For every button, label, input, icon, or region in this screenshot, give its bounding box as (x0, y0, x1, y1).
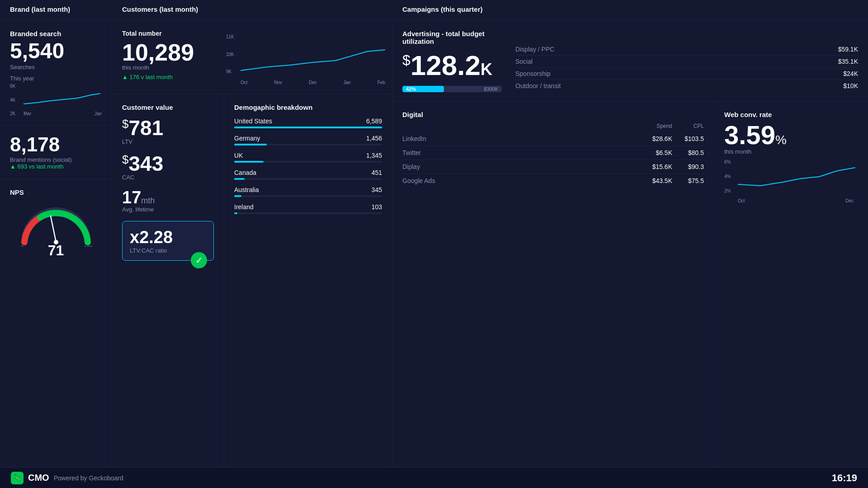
advertising-title: Advertising - total budget utilization (402, 30, 502, 45)
cv-cac-value: $343 (122, 153, 214, 174)
digital-card: Digital Spend CPL LinkedIn $28.6K $103.5… (392, 102, 714, 467)
demo-count: 451 (372, 169, 382, 176)
svg-line-0 (51, 216, 56, 242)
ltv-cac-value: x2.28 (130, 228, 206, 247)
total-number-title: Total number (122, 30, 212, 37)
app-name: CMO (28, 473, 49, 483)
demo-count: 6,589 (366, 117, 382, 125)
branded-search-period: This year (10, 75, 102, 82)
branded-search-y-labels: 6K4K2K (10, 84, 23, 116)
svg-text:0: 0 (21, 245, 24, 247)
ad-value: $35.1K (838, 58, 858, 65)
budget-target-label: $300K (484, 86, 498, 92)
demo-row: UK 1,345 (234, 152, 382, 163)
brand-mentions-value: 8,178 (10, 135, 102, 155)
web-conv-chart (738, 160, 855, 196)
check-badge: ✓ (191, 252, 207, 268)
advertising-items: Display / PPC $59.1K Social $35.1K Spons… (515, 30, 858, 92)
demo-country: UK (234, 152, 243, 159)
ad-row: Sponsorship $24K (515, 68, 858, 80)
total-number-value: 10,289 (122, 41, 212, 64)
digital-row: Diplay $15.6K $90.3 (402, 160, 704, 174)
web-conv-sub: this month (724, 148, 858, 155)
branded-search-unit: Searches (10, 64, 102, 70)
demo-country: Germany (234, 135, 260, 142)
campaigns-header: Campaigns (this quarter) (392, 0, 868, 21)
digital-col-cpl: CPL (672, 123, 704, 129)
ad-row: Social $35.1K (515, 56, 858, 68)
nps-title: NPS (10, 188, 102, 196)
digital-platform: Diplay (402, 163, 641, 170)
digital-cpl: $103.5 (672, 135, 704, 142)
ad-value: $59.1K (838, 46, 858, 53)
ltv-cac-box: x2.28 LTV:CAC ratio ✓ (122, 221, 214, 261)
digital-cpl: $90.3 (672, 163, 704, 170)
gecko-logo: 🦎 (11, 472, 24, 484)
total-number-chart (241, 34, 385, 77)
total-number-card: Total number 10,289 this month ▲ 176 v l… (112, 21, 392, 94)
branded-search-value: 5,540 (10, 40, 102, 62)
ad-row: Display / PPC $59.1K (515, 43, 858, 56)
total-number-change: ▲ 176 v last month (122, 74, 212, 80)
digital-title: Digital (402, 111, 704, 118)
brand-mentions-card: 8,178 Brand mentions (social) ▲ 693 vs l… (0, 126, 112, 179)
ad-row: Outdoor / transit $10K (515, 80, 858, 92)
branded-search-card: Branded search 5,540 Searches This year … (0, 21, 112, 126)
demo-row: Germany 1,456 (234, 135, 382, 145)
demo-country: Canada (234, 169, 256, 176)
brand-header: Brand (last month) (0, 0, 112, 21)
ad-value: $10K (843, 82, 858, 89)
demo-country: Ireland (234, 203, 254, 211)
ad-name: Display / PPC (515, 46, 554, 53)
brand-mentions-change: ▲ 693 vs last month (10, 163, 102, 170)
budget-bar-fill: 42% (402, 86, 444, 92)
brand-mentions-label: Brand mentions (social) (10, 156, 102, 163)
web-conv-value: 3.59% (724, 122, 858, 148)
web-conv-card: Web conv. rate 3.59% this month 6%4%2% O… (714, 102, 868, 467)
digital-column-headers: Spend CPL (402, 123, 704, 129)
demo-row: Australia 345 (234, 186, 382, 197)
branded-search-chart (24, 84, 100, 108)
digital-spend: $6.5K (641, 149, 672, 156)
demo-count: 103 (372, 203, 382, 211)
footer-time: 16:19 (832, 472, 857, 484)
powered-by: Powered by Geckoboard (54, 474, 123, 482)
campaigns-column: Advertising - total budget utilization $… (392, 21, 868, 467)
branded-search-x-labels: MarJan (24, 111, 102, 116)
digital-cpl: $75.5 (672, 177, 704, 184)
ad-name: Outdoor / transit (515, 82, 561, 89)
digital-platform: Google Ads (402, 177, 641, 184)
cv-lifetime-label: Avg. lifetime (122, 206, 214, 213)
customer-value-card: Customer value $781 LTV $343 CAC 17mth A… (112, 94, 224, 467)
nps-card: NPS 0 100 71 (0, 179, 112, 467)
digital-spend: $43.5K (641, 177, 672, 184)
demographic-card: Demogaphic breakdown United States 6,589… (224, 94, 392, 467)
digital-spend: $15.6K (641, 163, 672, 170)
nps-gauge: 0 100 (15, 202, 97, 247)
demo-country: Australia (234, 186, 259, 193)
svg-text:100: 100 (84, 245, 92, 247)
demo-country: United States (234, 117, 272, 125)
budget-bar: 42% $300K (402, 86, 502, 92)
budget-pct-label: 42% (406, 86, 416, 92)
demo-count: 345 (372, 186, 382, 193)
digital-platform: LinkedIn (402, 135, 641, 142)
cv-ltv-value: $781 (122, 117, 214, 138)
demographic-title: Demogaphic breakdown (234, 103, 382, 111)
digital-cpl: $80.5 (672, 149, 704, 156)
digital-platform: Twitter (402, 149, 641, 156)
footer: 🦎 CMO Powered by Geckoboard 16:19 (0, 467, 868, 488)
ad-name: Social (515, 58, 533, 65)
digital-spend: $28.6K (641, 135, 672, 142)
demo-count: 1,345 (366, 152, 382, 159)
customers-column: Total number 10,289 this month ▲ 176 v l… (112, 21, 392, 467)
web-conv-title: Web conv. rate (724, 111, 858, 118)
digital-row: Google Ads $43.5K $75.5 (402, 174, 704, 188)
cv-title: Customer value (122, 103, 214, 111)
digital-row: LinkedIn $28.6K $103.5 (402, 132, 704, 146)
advertising-card: Advertising - total budget utilization $… (392, 21, 868, 102)
advertising-total: $128.2K (402, 52, 502, 80)
demo-row: Canada 451 (234, 169, 382, 180)
branded-search-title: Branded search (10, 30, 102, 38)
demo-count: 1,456 (366, 135, 382, 142)
